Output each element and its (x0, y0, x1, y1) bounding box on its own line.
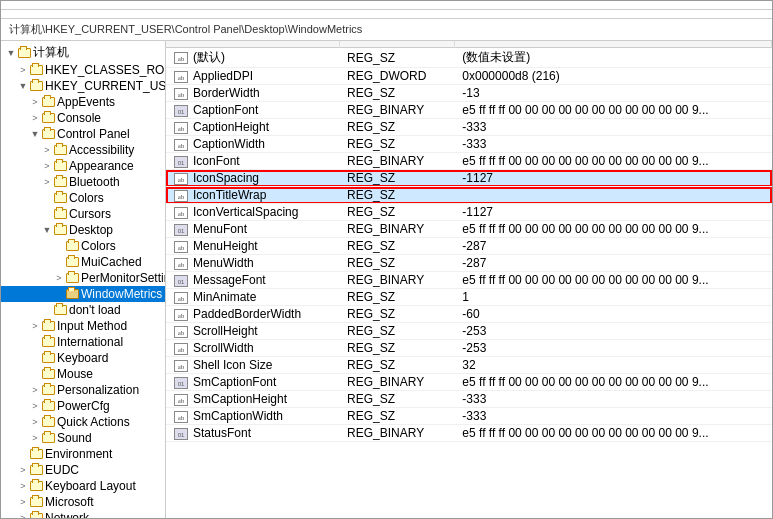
tree-item-appearance[interactable]: >Appearance (1, 158, 165, 174)
cell-type: REG_SZ (339, 48, 454, 68)
folder-icon-desktop (53, 224, 67, 236)
tree-item-keyboardlayout[interactable]: >Keyboard Layout (1, 478, 165, 494)
detail-pane[interactable]: ab(默认)REG_SZ(数值未设置)abAppliedDPIREG_DWORD… (166, 41, 772, 518)
table-row[interactable]: abMenuWidthREG_SZ-287 (166, 255, 772, 272)
tree-item-colors2[interactable]: Colors (1, 238, 165, 254)
tree-item-permonitorsetting[interactable]: >PerMonitorSettin (1, 270, 165, 286)
menu-favorites[interactable] (59, 12, 75, 16)
table-row[interactable]: 01IconFontREG_BINARYe5 ff ff ff 00 00 00… (166, 153, 772, 170)
reg-value-icon: ab (174, 258, 190, 270)
cell-data: 1 (454, 289, 771, 306)
cell-type: REG_SZ (339, 255, 454, 272)
cell-name: abPaddedBorderWidth (166, 306, 339, 323)
expander-bluetooth: > (41, 177, 53, 187)
tree-item-accessibility[interactable]: >Accessibility (1, 142, 165, 158)
expander-inputmethod: > (29, 321, 41, 331)
tree-item-dontload[interactable]: don't load (1, 302, 165, 318)
cell-type: REG_BINARY (339, 425, 454, 442)
tree-item-hkcr[interactable]: >HKEY_CLASSES_ROOT (1, 62, 165, 78)
tree-item-powercfg[interactable]: >PowerCfg (1, 398, 165, 414)
tree-label-microsoft: Microsoft (45, 495, 94, 509)
table-row[interactable]: abShell Icon SizeREG_SZ32 (166, 357, 772, 374)
tree-item-microsoft[interactable]: >Microsoft (1, 494, 165, 510)
cell-type: REG_SZ (339, 136, 454, 153)
tree-label-hkcr: HKEY_CLASSES_ROOT (45, 63, 166, 77)
reg-value-icon: ab (174, 173, 190, 185)
table-row[interactable]: 01SmCaptionFontREG_BINARYe5 ff ff ff 00 … (166, 374, 772, 391)
table-row[interactable]: 01MessageFontREG_BINARYe5 ff ff ff 00 00… (166, 272, 772, 289)
cell-data: -253 (454, 323, 771, 340)
table-row[interactable]: abIconVerticalSpacingREG_SZ-1127 (166, 204, 772, 221)
menu-help[interactable] (77, 12, 93, 16)
expander-appearance: > (41, 161, 53, 171)
table-row[interactable]: abCaptionWidthREG_SZ-333 (166, 136, 772, 153)
cell-type: REG_SZ (339, 306, 454, 323)
tree-item-console[interactable]: >Console (1, 110, 165, 126)
cell-name: abShell Icon Size (166, 357, 339, 374)
tree-pane[interactable]: ▼计算机>HKEY_CLASSES_ROOT▼HKEY_CURRENT_USER… (1, 41, 166, 518)
tree-label-quickactions: Quick Actions (57, 415, 130, 429)
cell-name-text: IconVerticalSpacing (193, 205, 298, 219)
folder-icon-hkcu (29, 80, 43, 92)
table-row[interactable]: abIconSpacingREG_SZ-1127 (166, 170, 772, 187)
table-row[interactable]: abAppliedDPIREG_DWORD0x000000d8 (216) (166, 68, 772, 85)
tree-item-mouse[interactable]: Mouse (1, 366, 165, 382)
expander-accessibility: > (41, 145, 53, 155)
table-row[interactable]: abScrollHeightREG_SZ-253 (166, 323, 772, 340)
cell-name-text: IconSpacing (193, 171, 259, 185)
tree-item-sound[interactable]: >Sound (1, 430, 165, 446)
table-row[interactable]: abScrollWidthREG_SZ-253 (166, 340, 772, 357)
table-row[interactable]: 01StatusFontREG_BINARYe5 ff ff ff 00 00 … (166, 425, 772, 442)
cell-name: 01CaptionFont (166, 102, 339, 119)
tree-item-cursors[interactable]: Cursors (1, 206, 165, 222)
tree-item-personalization[interactable]: >Personalization (1, 382, 165, 398)
table-row[interactable]: ab(默认)REG_SZ(数值未设置) (166, 48, 772, 68)
table-row[interactable]: abSmCaptionWidthREG_SZ-333 (166, 408, 772, 425)
tree-item-quickactions[interactable]: >Quick Actions (1, 414, 165, 430)
cell-name-text: IconFont (193, 154, 240, 168)
reg-value-icon: ab (174, 88, 190, 100)
table-row[interactable]: abIconTitleWrapREG_SZ (166, 187, 772, 204)
cell-name-text: PaddedBorderWidth (193, 307, 301, 321)
tree-item-colors[interactable]: Colors (1, 190, 165, 206)
tree-item-environment[interactable]: Environment (1, 446, 165, 462)
menu-view[interactable] (41, 12, 57, 16)
tree-item-windowmetrics[interactable]: WindowMetrics (1, 286, 165, 302)
tree-label-dontload: don't load (69, 303, 121, 317)
table-row[interactable]: 01MenuFontREG_BINARYe5 ff ff ff 00 00 00… (166, 221, 772, 238)
tree-label-colors2: Colors (81, 239, 116, 253)
cell-name: abBorderWidth (166, 85, 339, 102)
tree-item-eudc[interactable]: >EUDC (1, 462, 165, 478)
folder-icon-muicached (65, 256, 79, 268)
tree-item-computer[interactable]: ▼计算机 (1, 43, 165, 62)
cell-data: -287 (454, 238, 771, 255)
reg-value-icon: 01 (174, 224, 190, 236)
tree-item-inputmethod[interactable]: >Input Method (1, 318, 165, 334)
cell-name-text: (默认) (193, 50, 225, 64)
cell-name: abMenuWidth (166, 255, 339, 272)
menu-file[interactable] (5, 12, 21, 16)
cell-type: REG_SZ (339, 340, 454, 357)
table-row[interactable]: abSmCaptionHeightREG_SZ-333 (166, 391, 772, 408)
tree-item-international[interactable]: International (1, 334, 165, 350)
tree-item-desktop[interactable]: ▼Desktop (1, 222, 165, 238)
table-row[interactable]: 01CaptionFontREG_BINARYe5 ff ff ff 00 00… (166, 102, 772, 119)
tree-item-muicached[interactable]: MuiCached (1, 254, 165, 270)
tree-item-bluetooth[interactable]: >Bluetooth (1, 174, 165, 190)
tree-item-controlpanel[interactable]: ▼Control Panel (1, 126, 165, 142)
tree-item-network[interactable]: >Network (1, 510, 165, 518)
menu-edit[interactable] (23, 12, 39, 16)
table-row[interactable]: abMenuHeightREG_SZ-287 (166, 238, 772, 255)
reg-value-icon: ab (174, 241, 190, 253)
tree-item-hkcu[interactable]: ▼HKEY_CURRENT_USER (1, 78, 165, 94)
cell-data: e5 ff ff ff 00 00 00 00 00 00 00 00 00 0… (454, 272, 771, 289)
folder-icon-inputmethod (41, 320, 55, 332)
cell-name: 01MessageFont (166, 272, 339, 289)
cell-name-text: ScrollWidth (193, 341, 254, 355)
tree-item-keyboard[interactable]: Keyboard (1, 350, 165, 366)
table-row[interactable]: abBorderWidthREG_SZ-13 (166, 85, 772, 102)
table-row[interactable]: abCaptionHeightREG_SZ-333 (166, 119, 772, 136)
table-row[interactable]: abPaddedBorderWidthREG_SZ-60 (166, 306, 772, 323)
tree-item-appevents[interactable]: >AppEvents (1, 94, 165, 110)
table-row[interactable]: abMinAnimateREG_SZ1 (166, 289, 772, 306)
